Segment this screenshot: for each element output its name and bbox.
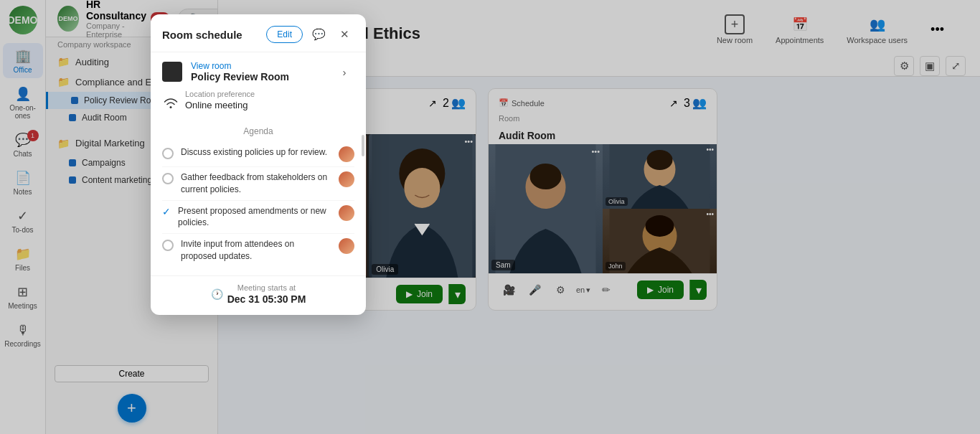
agenda-radio-4[interactable]: [162, 240, 174, 251]
agenda-text-1: Discuss existing policies up for review.: [181, 146, 331, 159]
popup-overlay: [0, 0, 980, 434]
meeting-starts-label: Meeting starts at: [227, 283, 306, 292]
location-label: Location preference: [185, 90, 255, 98]
room-schedule-popup: Room schedule Edit 💬 ✕ View room Policy …: [151, 14, 366, 315]
agenda-item-1: Discuss existing policies up for review.: [162, 142, 354, 167]
location-value: Online meeting: [185, 100, 255, 110]
agenda-avatar-1: [339, 146, 354, 162]
popup-header: Room schedule Edit 💬 ✕: [151, 14, 366, 52]
meeting-starts-value: Dec 31 05:30 PM: [227, 293, 306, 305]
chat-icon[interactable]: 💬: [308, 24, 329, 44]
agenda-avatar-2: [339, 171, 354, 187]
room-color-block: [162, 62, 182, 82]
agenda-item-4: Invite input from attendees on proposed …: [162, 234, 354, 267]
popup-footer: 🕐 Meeting starts at Dec 31 05:30 PM: [151, 275, 366, 315]
agenda-text-2: Gather feedback from stakeholders on cur…: [181, 171, 331, 196]
agenda-item-3: ✓ Present proposed amendments or new pol…: [162, 201, 354, 235]
popup-title: Room schedule: [162, 29, 242, 41]
wifi-icon: [162, 96, 179, 113]
app-container: DEMO 🏢 Office 👤 One-on-ones 💬 Chats 1 📄 …: [0, 0, 980, 434]
view-room-link[interactable]: View room: [191, 61, 289, 71]
clock-icon: 🕐: [211, 288, 223, 300]
close-icon[interactable]: ✕: [334, 24, 354, 44]
agenda-label: Agenda: [162, 126, 354, 136]
agenda-text-3: Present proposed amendments or new polic…: [178, 205, 331, 230]
popup-header-actions: Edit 💬 ✕: [266, 24, 354, 44]
agenda-checkmark-3: ✓: [162, 206, 171, 217]
view-room-row: View room Policy Review Room ›: [162, 61, 354, 82]
agenda-avatar-4: [339, 238, 354, 254]
scroll-track: [362, 135, 364, 156]
agenda-item-2: Gather feedback from stakeholders on cur…: [162, 167, 354, 201]
scroll-thumb[interactable]: [362, 135, 364, 156]
agenda-avatar-3: [339, 205, 354, 221]
chevron-right-icon[interactable]: ›: [334, 62, 354, 82]
room-name-popup: Policy Review Room: [191, 71, 289, 82]
agenda-radio-2[interactable]: [162, 173, 174, 184]
popup-body: View room Policy Review Room › Location: [151, 52, 366, 275]
edit-button[interactable]: Edit: [266, 26, 303, 43]
agenda-radio-1[interactable]: [162, 148, 174, 159]
agenda-text-4: Invite input from attendees on proposed …: [181, 238, 331, 263]
